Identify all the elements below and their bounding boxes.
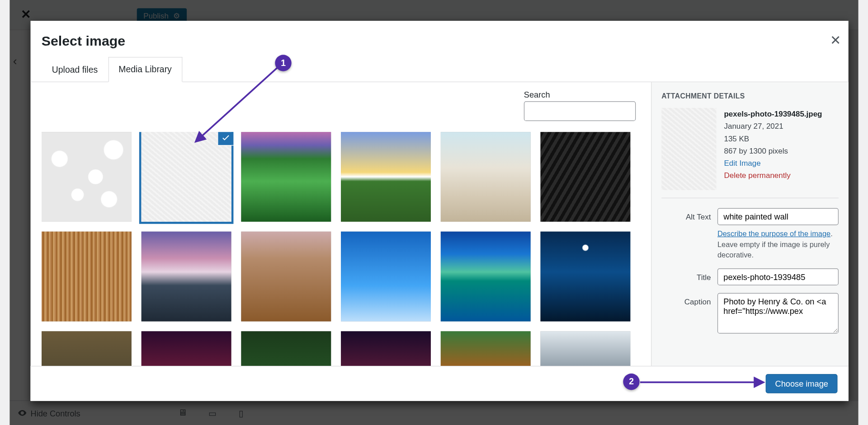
media-thumb[interactable] (341, 132, 431, 222)
modal-close-button[interactable]: ✕ (830, 33, 841, 48)
search-group: Search (524, 90, 636, 121)
choose-image-button[interactable]: Choose image (766, 374, 838, 393)
separator (661, 198, 839, 198)
title-row: Title (661, 268, 839, 285)
media-thumb[interactable] (241, 332, 331, 366)
edit-image-link[interactable]: Edit Image (724, 157, 822, 169)
media-thumb[interactable] (42, 132, 132, 222)
media-thumb[interactable] (341, 332, 431, 366)
media-thumb[interactable] (540, 232, 630, 322)
attachment-size: 135 KB (724, 132, 822, 145)
modal-body: Search (31, 82, 849, 366)
alt-text-input[interactable] (717, 208, 839, 225)
attachment-thumbnail (661, 108, 716, 190)
media-thumb[interactable] (241, 232, 331, 322)
media-thumb[interactable] (42, 332, 132, 366)
attachment-meta-row: pexels-photo-1939485.jpeg January 27, 20… (661, 108, 839, 190)
callout-2: 2 (623, 374, 639, 390)
media-thumb-selected[interactable] (141, 132, 231, 222)
modal-header: Select image ✕ (31, 21, 849, 51)
tab-media-library[interactable]: Media Library (108, 57, 182, 82)
alt-text-label: Alt Text (661, 208, 711, 221)
media-thumb[interactable] (441, 332, 531, 366)
media-thumb[interactable] (241, 132, 331, 222)
caption-textarea[interactable] (717, 293, 839, 333)
search-input[interactable] (524, 101, 636, 121)
tab-upload-files[interactable]: Upload files (42, 57, 108, 82)
attachment-dimensions: 867 by 1300 pixels (724, 145, 822, 157)
alt-text-row: Alt Text Describe the purpose of the ima… (661, 208, 839, 261)
media-grid-scroll[interactable] (42, 132, 640, 366)
caption-row: Caption (661, 293, 839, 335)
attachment-filename: pexels-photo-1939485.jpeg (724, 108, 822, 120)
attachment-details-heading: ATTACHMENT DETAILS (661, 92, 839, 100)
media-grid (42, 132, 637, 366)
media-thumb[interactable] (441, 132, 531, 222)
media-thumb[interactable] (341, 232, 431, 322)
attachment-date: January 27, 2021 (724, 120, 822, 132)
title-label: Title (661, 268, 711, 281)
media-thumb[interactable] (540, 132, 630, 222)
callout-1: 1 (275, 55, 291, 71)
attachment-details-sidebar: ATTACHMENT DETAILS pexels-photo-1939485.… (651, 82, 849, 366)
caption-label: Caption (661, 293, 711, 306)
media-library-area: Search (31, 82, 651, 366)
media-thumb[interactable] (141, 232, 231, 322)
title-input[interactable] (717, 268, 839, 285)
media-thumb[interactable] (540, 332, 630, 366)
modal-tabs: Upload files Media Library (31, 51, 849, 82)
media-thumb[interactable] (42, 232, 132, 322)
media-thumb[interactable] (441, 232, 531, 322)
delete-permanently-link[interactable]: Delete permanently (724, 169, 822, 182)
search-label: Search (524, 90, 636, 99)
check-icon (218, 132, 233, 145)
modal-title: Select image (42, 33, 838, 49)
media-thumb[interactable] (141, 332, 231, 366)
attachment-meta: pexels-photo-1939485.jpeg January 27, 20… (724, 108, 822, 190)
select-image-modal: Select image ✕ Upload files Media Librar… (31, 21, 849, 401)
alt-help-link[interactable]: Describe the purpose of the image (717, 229, 830, 238)
alt-text-help: Describe the purpose of the image. Leave… (717, 229, 839, 261)
modal-footer: Choose image (31, 366, 849, 401)
